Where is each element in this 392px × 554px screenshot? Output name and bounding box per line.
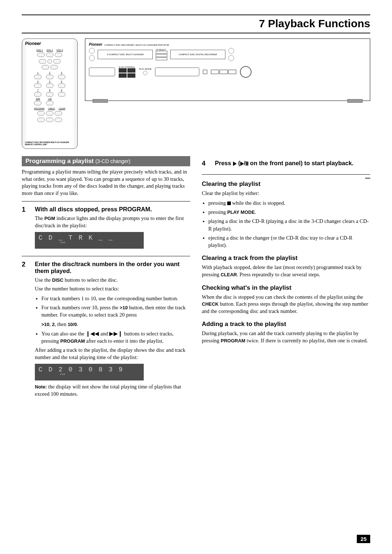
unit-brand: Pioneer xyxy=(89,42,102,46)
step-1-number: 1 xyxy=(22,206,29,252)
lcd-1-text: C D _ T R K _ _ xyxy=(38,234,140,241)
clearing-playlist-heading: Clearing the playlist xyxy=(202,180,370,188)
step-4-number: 4 xyxy=(202,160,209,169)
checking-body: When the disc is stopped you can check t… xyxy=(202,294,370,315)
step-2-note: Note: the display will not show the tota… xyxy=(35,383,190,398)
step-4-heading: Press (/ on the front panel) to start pl… xyxy=(215,160,370,167)
section-heading: Programming a playlist (3-CD changer) xyxy=(22,156,190,166)
hardware-diagrams: Pioneer DISC 1 DISC 2 DISC 3 123 456 789… xyxy=(22,38,370,149)
unit-display-left xyxy=(89,68,115,76)
intro-paragraph: Programming a playlist means telling the… xyxy=(22,168,190,197)
left-tray: 3-COMPACT DISC MULTI CHANGER xyxy=(98,50,153,59)
step-1-heading: With all discs stopped, press PROGRAM. xyxy=(35,206,190,213)
step-1: 1 With all discs stopped, press PROGRAM.… xyxy=(22,206,190,252)
play-icon xyxy=(233,162,237,166)
clearing-track-body: With playback stopped, delete the last (… xyxy=(202,264,370,278)
step-2-p2: Use the number buttons to select tracks: xyxy=(35,285,190,293)
check-label: CHECK xyxy=(48,107,55,110)
section-end-mark xyxy=(365,178,370,179)
right-tray: COMPACT DISC DIGITAL RECORDER xyxy=(170,50,225,59)
play-icon xyxy=(240,162,244,166)
step-4: 4 Press (/ on the front panel) to start … xyxy=(202,160,370,169)
remote-control-diagram: Pioneer DISC 1 DISC 2 DISC 3 123 456 789… xyxy=(22,38,78,149)
checking-heading: Checking what's in the playlist xyxy=(202,284,370,292)
cd-select-3 xyxy=(156,57,167,60)
chapter-name: Playback Functions xyxy=(268,17,370,29)
step-2-number: 2 xyxy=(22,261,29,399)
header-rule-bottom xyxy=(22,33,370,33)
step-2-heading: Enter the disc/track numbers in the orde… xyxy=(35,261,190,274)
clear-label: CLEAR xyxy=(59,107,65,110)
clear-bullet-3: playing a disc in the CD-R (playing a di… xyxy=(208,217,370,232)
unit-model: COMPACT DISC RECORDER / MULTI-CD CHANGER… xyxy=(104,44,169,46)
adding-body: During playback, you can add the track c… xyxy=(202,330,370,344)
clear-bullet-2: pressing PLAY MODE. xyxy=(208,208,370,216)
playmode-label: PLAY MODE xyxy=(139,68,151,70)
divider xyxy=(22,256,190,256)
disc2-label: DISC 2 xyxy=(46,49,53,51)
step-2-bullet-3: You can also use the ❙◀◀ and ▶▶❙ buttons… xyxy=(41,330,190,345)
cd-select-1 xyxy=(156,51,167,54)
lcd-1-pgm: PGM xyxy=(60,241,140,244)
main-unit-diagram: Pioneer COMPACT DISC RECORDER / MULTI-CD… xyxy=(85,38,370,101)
disc3-label: DISC 3 xyxy=(57,49,63,51)
chapter-number: 7 xyxy=(259,17,265,29)
content-columns: Programming a playlist (3-CD changer) Pr… xyxy=(22,156,370,399)
step-2-p3: After adding a track to the playlist, th… xyxy=(35,347,190,361)
header-rule xyxy=(22,15,370,15)
clear-bullet-1: pressing while the disc is stopped. xyxy=(208,199,370,207)
program-label: PROGRAM xyxy=(34,107,44,110)
clear-bullet-4: ejecting a disc in the changer (or the C… xyxy=(208,234,370,249)
section-subtitle: (3-CD changer) xyxy=(95,158,130,164)
lcd-display-2: C D 2 0 3 0 8 3 9 PGM xyxy=(35,364,144,380)
divider xyxy=(202,174,370,175)
chapter-title: 7 Playback Functions xyxy=(22,17,370,30)
jog-dial xyxy=(240,66,252,78)
unit-display-mid xyxy=(155,68,199,76)
step-1-text: The PGM indicator lights and the display… xyxy=(35,215,190,229)
stop-icon xyxy=(227,201,231,205)
remote-footer: COMPACT DISC RECORDER/ MULTI-CD CHANGER … xyxy=(25,142,77,146)
step-2: 2 Enter the disc/track numbers in the or… xyxy=(22,261,190,399)
left-column: Programming a playlist (3-CD changer) Pr… xyxy=(22,156,190,399)
step-2-bullet-2: For track numbers over 10, press the >10… xyxy=(41,304,190,328)
lcd-2-text: C D 2 0 3 0 8 3 9 xyxy=(38,366,140,373)
clearing-track-heading: Clearing a track from the playlist xyxy=(202,254,370,262)
section-title: Programming a playlist xyxy=(25,158,94,164)
right-column: 4 Press (/ on the front panel) to start … xyxy=(202,156,370,399)
step-2-p1: Use the DISC buttons to select the disc. xyxy=(35,277,190,284)
lcd-display-1: C D _ T R K _ _ PGM xyxy=(35,232,144,249)
disc1-label: DISC 1 xyxy=(36,49,43,51)
adding-heading: Adding a track to the playlist xyxy=(202,321,370,328)
lcd-2-pgm: PGM xyxy=(60,373,140,376)
remote-brand: Pioneer xyxy=(24,41,75,46)
clearing-intro: Clear the playlist by either: xyxy=(202,190,370,197)
divider xyxy=(22,201,190,201)
step-2-bullet-1: For track numbers 1 to 10, use the corre… xyxy=(41,295,190,302)
cd-select-2 xyxy=(156,54,167,57)
